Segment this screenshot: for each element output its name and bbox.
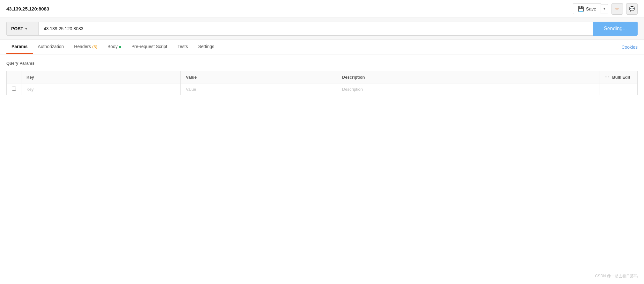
chevron-down-icon: ▾: [604, 7, 605, 11]
tabs-list: Params Authorization Headers (8) Body Pr…: [6, 40, 621, 54]
url-bar: POST ▾ Sending...: [0, 18, 644, 40]
checkbox-col-header: [7, 71, 21, 83]
method-chevron-icon: ▾: [25, 27, 27, 31]
tab-tests-label: Tests: [178, 44, 188, 49]
comment-button[interactable]: 💬: [626, 3, 638, 15]
key-placeholder: Key: [26, 87, 33, 92]
url-input[interactable]: [38, 22, 593, 36]
tab-authorization-label: Authorization: [38, 44, 64, 49]
tab-headers-badge: (8): [92, 44, 97, 49]
value-col-header: Value: [181, 71, 337, 83]
top-bar: 43.139.25.120:8083 💾 Save ▾ ✏ 💬: [0, 0, 644, 18]
table-header-row: Key Value Description ··· Bulk Edit: [7, 71, 638, 83]
save-dropdown-button[interactable]: ▾: [601, 4, 608, 13]
more-options-icon[interactable]: ···: [604, 74, 610, 80]
comment-icon: 💬: [629, 6, 635, 12]
tab-settings-label: Settings: [198, 44, 214, 49]
params-table: Key Value Description ··· Bulk Edit: [6, 71, 638, 95]
watermark-text: CSDN @一起去看日落吗: [595, 274, 638, 278]
value-placeholder: Value: [186, 87, 196, 92]
method-label: POST: [11, 26, 23, 31]
row-actions-cell: [599, 83, 638, 95]
bulk-edit-col-header: ··· Bulk Edit: [599, 71, 638, 83]
body-dot-indicator: [119, 46, 121, 48]
row-checkbox[interactable]: [12, 87, 16, 91]
page-title: 43.139.25.120:8083: [6, 6, 49, 11]
tab-prerequest[interactable]: Pre-request Script: [126, 40, 172, 54]
bulk-edit-area: ··· Bulk Edit: [604, 74, 632, 80]
save-button[interactable]: 💾 Save: [573, 3, 601, 14]
tab-body[interactable]: Body: [102, 40, 126, 54]
description-placeholder: Description: [342, 87, 363, 92]
send-label: Sending...: [604, 26, 627, 31]
query-params-title: Query Params: [6, 61, 638, 66]
tabs-bar: Params Authorization Headers (8) Body Pr…: [0, 40, 644, 54]
save-label: Save: [586, 6, 596, 11]
tab-authorization[interactable]: Authorization: [33, 40, 69, 54]
save-icon: 💾: [578, 6, 584, 12]
edit-icon: ✏: [615, 6, 619, 12]
tab-body-label: Body: [107, 44, 118, 49]
row-checkbox-cell[interactable]: [7, 83, 21, 95]
key-cell[interactable]: Key: [21, 83, 181, 95]
edit-button[interactable]: ✏: [611, 3, 623, 15]
key-col-header: Key: [21, 71, 181, 83]
tab-headers-label: Headers: [74, 44, 92, 49]
send-button[interactable]: Sending...: [593, 22, 638, 36]
top-bar-actions: 💾 Save ▾ ✏ 💬: [573, 3, 638, 15]
save-button-group: 💾 Save ▾: [573, 3, 608, 14]
desc-col-header: Description: [337, 71, 599, 83]
tab-headers[interactable]: Headers (8): [69, 40, 102, 54]
tab-prerequest-label: Pre-request Script: [131, 44, 167, 49]
bulk-edit-button[interactable]: Bulk Edit: [612, 75, 630, 80]
value-cell[interactable]: Value: [181, 83, 337, 95]
tab-params[interactable]: Params: [6, 40, 33, 54]
content-area: Query Params Key Value Description ··· B…: [0, 54, 644, 102]
method-select[interactable]: POST ▾: [6, 22, 38, 36]
tab-tests[interactable]: Tests: [172, 40, 193, 54]
tab-settings[interactable]: Settings: [193, 40, 219, 54]
tab-params-label: Params: [11, 44, 28, 49]
table-row: Key Value Description: [7, 83, 638, 95]
cookies-link[interactable]: Cookies: [621, 45, 638, 50]
footer-watermark: CSDN @一起去看日落吗: [595, 273, 638, 279]
description-cell[interactable]: Description: [337, 83, 599, 95]
